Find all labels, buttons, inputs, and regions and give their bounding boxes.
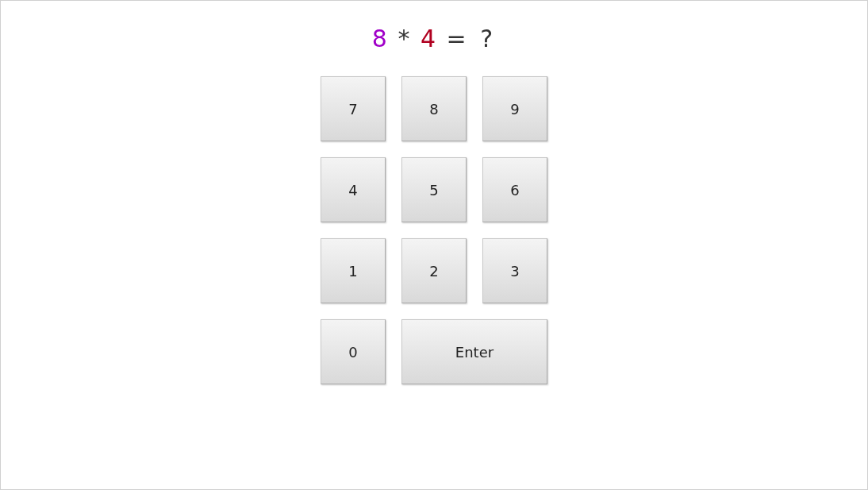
question-display: 8 * 4 = ? <box>372 25 496 52</box>
key-enter[interactable]: Enter <box>401 319 547 384</box>
equals-sign: = <box>447 25 467 52</box>
key-7[interactable]: 7 <box>321 76 386 141</box>
key-2[interactable]: 2 <box>401 238 467 303</box>
key-0[interactable]: 0 <box>321 319 386 384</box>
operator: * <box>398 25 409 52</box>
quiz-container: 8 * 4 = ? 7 8 9 4 5 6 1 2 3 0 Enter <box>1 1 867 384</box>
key-8[interactable]: 8 <box>401 76 467 141</box>
key-5[interactable]: 5 <box>401 157 467 222</box>
key-3[interactable]: 3 <box>482 238 547 303</box>
key-9[interactable]: 9 <box>482 76 547 141</box>
key-4[interactable]: 4 <box>321 157 386 222</box>
key-6[interactable]: 6 <box>482 157 547 222</box>
operand-1: 8 <box>372 25 387 52</box>
answer-placeholder: ? <box>480 25 493 52</box>
key-1[interactable]: 1 <box>321 238 386 303</box>
operand-2: 4 <box>421 25 436 52</box>
keypad: 7 8 9 4 5 6 1 2 3 0 Enter <box>321 76 547 384</box>
